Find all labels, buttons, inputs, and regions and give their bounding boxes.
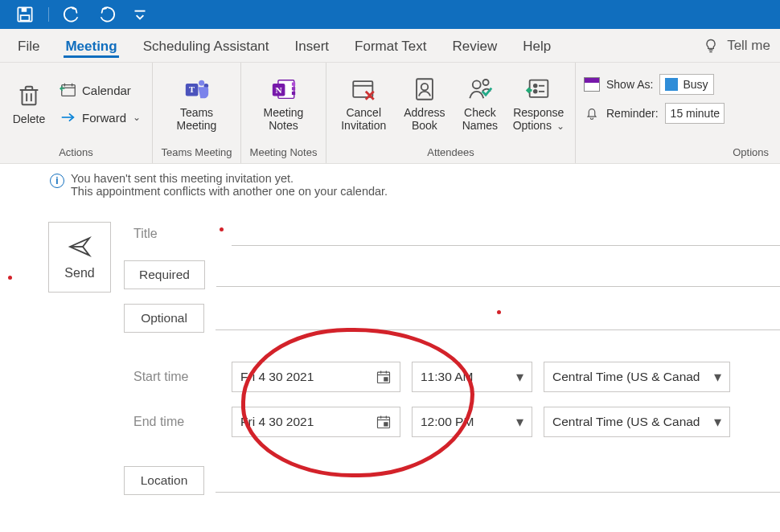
required-input[interactable] <box>216 263 780 287</box>
tab-review[interactable]: Review <box>441 32 509 59</box>
group-notes-label: Meeting Notes <box>249 143 318 162</box>
svg-rect-2 <box>21 15 30 21</box>
cancel-invitation-label2: Invitation <box>341 119 386 132</box>
tab-format-text[interactable]: Format Text <box>343 32 437 59</box>
cancel-invitation-button[interactable]: Cancel Invitation <box>335 68 392 140</box>
svg-point-31 <box>534 84 537 87</box>
meeting-notes-label2: Notes <box>264 119 304 132</box>
title-bar <box>0 0 780 29</box>
tell-me-search[interactable]: Tell me <box>703 38 774 54</box>
end-date-value: Fri 4 30 2021 <box>240 415 314 429</box>
chevron-down-icon: ⌄ <box>133 112 141 123</box>
title-label: Title <box>124 227 220 241</box>
show-as-label: Show As: <box>606 78 653 91</box>
svg-rect-40 <box>384 378 388 381</box>
response-options-button[interactable]: Response Options ⌄ <box>510 68 567 140</box>
bell-icon <box>584 105 600 121</box>
info-line-2: This appointment conflicts with another … <box>71 185 388 198</box>
teams-meeting-button[interactable]: T Teams Meeting <box>161 68 232 140</box>
tab-insert[interactable]: Insert <box>284 32 341 59</box>
show-as-swatch-icon <box>584 77 600 92</box>
required-button[interactable]: Required <box>124 260 205 289</box>
chevron-down-icon: ▾ <box>714 368 721 386</box>
group-attendees: Cancel Invitation Address Book <box>326 63 576 163</box>
response-options-icon <box>525 76 552 103</box>
show-as-dropdown[interactable]: Busy <box>659 74 713 95</box>
ribbon: Delete Calendar Forward <box>0 63 780 164</box>
qat-separator <box>48 7 49 22</box>
start-date-value: Fri 4 30 2021 <box>240 370 314 384</box>
lightbulb-icon <box>703 38 719 54</box>
tab-file[interactable]: File <box>6 32 51 59</box>
svg-rect-45 <box>384 423 388 426</box>
tab-scheduling-assistant[interactable]: Scheduling Assistant <box>132 32 281 59</box>
title-input[interactable] <box>232 222 780 246</box>
check-names-button[interactable]: Check Names <box>456 68 503 140</box>
location-row: Location <box>124 466 780 495</box>
address-book-button[interactable]: Address Book <box>399 68 450 140</box>
end-date-picker[interactable]: Fri 4 30 2021 <box>232 407 400 437</box>
address-book-label1: Address <box>404 106 445 119</box>
group-teams-label: Teams Meeting <box>161 143 232 162</box>
optional-row: Optional <box>124 304 780 333</box>
forward-button[interactable]: Forward ⌄ <box>56 106 144 129</box>
svg-rect-7 <box>62 85 76 96</box>
check-names-icon <box>466 76 494 103</box>
start-time-label: Start time <box>124 370 220 384</box>
send-button[interactable]: Send <box>48 222 111 293</box>
teams-meeting-label2: Meeting <box>177 119 217 132</box>
cancel-invitation-label1: Cancel <box>341 106 386 119</box>
svg-point-14 <box>199 80 204 86</box>
busy-color-icon <box>665 78 678 91</box>
svg-rect-30 <box>529 80 548 96</box>
svg-point-27 <box>421 84 429 91</box>
teams-meeting-label1: Teams <box>177 106 217 119</box>
reminder-dropdown[interactable]: 15 minute <box>665 103 725 124</box>
start-time-value: 11:30 AM <box>421 370 474 384</box>
end-timezone-picker[interactable]: Central Time (US & Canad ▾ <box>544 407 730 437</box>
tell-me-label: Tell me <box>727 38 770 54</box>
info-line-1: You haven't sent this meeting invitation… <box>71 172 388 185</box>
start-date-picker[interactable]: Fri 4 30 2021 <box>232 362 400 392</box>
location-button[interactable]: Location <box>124 466 204 495</box>
svg-point-28 <box>473 80 481 88</box>
group-actions-label: Actions <box>8 143 144 162</box>
meeting-notes-button[interactable]: N Meeting Notes <box>249 68 318 140</box>
undo-icon[interactable] <box>62 4 83 25</box>
send-icon <box>67 234 92 260</box>
redo-icon[interactable] <box>96 4 117 25</box>
chevron-down-icon: ▾ <box>516 413 523 431</box>
delete-button[interactable]: Delete <box>8 68 50 140</box>
svg-rect-17 <box>291 82 294 85</box>
end-time-picker[interactable]: 12:00 PM ▾ <box>412 407 532 437</box>
group-options: Show As: Busy Reminder: 15 minute Option… <box>576 63 780 163</box>
optional-button[interactable]: Optional <box>124 304 204 333</box>
info-bar: i You haven't sent this meeting invitati… <box>0 164 780 203</box>
svg-rect-18 <box>291 87 294 90</box>
meeting-form: Send Title Required Optional Start time … <box>0 203 780 495</box>
onenote-icon: N <box>270 76 298 103</box>
start-timezone-picker[interactable]: Central Time (US & Canad ▾ <box>544 362 730 392</box>
end-time-row: End time Fri 4 30 2021 12:00 PM ▾ Centra… <box>124 407 780 437</box>
save-icon[interactable] <box>14 4 35 25</box>
delete-label: Delete <box>13 113 45 125</box>
optional-input[interactable] <box>216 306 780 330</box>
svg-point-33 <box>534 90 537 93</box>
chevron-down-icon: ▾ <box>714 413 721 431</box>
svg-rect-26 <box>417 79 433 100</box>
cancel-invitation-icon <box>350 76 377 103</box>
start-time-picker[interactable]: 11:30 AM ▾ <box>412 362 532 392</box>
forward-icon <box>60 108 77 126</box>
location-input[interactable] <box>216 469 780 493</box>
start-time-row: Start time Fri 4 30 2021 11:30 AM ▾ Cent… <box>124 362 780 392</box>
address-book-icon <box>411 76 438 103</box>
start-timezone-value: Central Time (US & Canad <box>552 370 700 384</box>
customize-qat-icon[interactable] <box>129 4 150 25</box>
tab-meeting[interactable]: Meeting <box>54 32 128 59</box>
svg-point-29 <box>482 80 488 85</box>
calendar-button[interactable]: Calendar <box>56 79 144 101</box>
address-book-label2: Book <box>404 119 445 132</box>
tab-help[interactable]: Help <box>511 32 562 59</box>
end-timezone-value: Central Time (US & Canad <box>552 415 700 429</box>
svg-rect-1 <box>22 7 27 11</box>
